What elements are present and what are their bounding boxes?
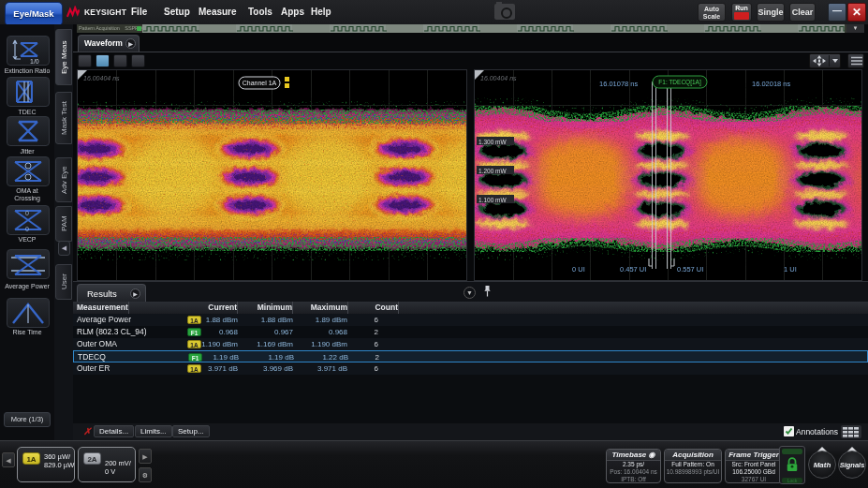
svg-text:Channel 1A: Channel 1A [243,80,277,86]
svg-text:0: 0 [25,226,29,232]
svg-text:F1: TDECQ[1A]: F1: TDECQ[1A] [658,79,701,86]
svg-text:16.02018 ns: 16.02018 ns [752,80,791,88]
svg-text:0.557 UI: 0.557 UI [677,265,703,274]
svg-text:16.00404 ns: 16.00404 ns [480,75,517,81]
svg-text:1.200 mW: 1.200 mW [478,168,507,174]
svg-text:1.300 mW: 1.300 mW [478,139,507,145]
svg-text:1 UI: 1 UI [784,265,797,274]
svg-text:1.100 mW: 1.100 mW [478,197,507,203]
svg-text:16.00404 ns: 16.00404 ns [83,75,120,81]
svg-text:0.457 UI: 0.457 UI [620,265,646,274]
svg-text:0 UI: 0 UI [572,265,585,274]
svg-text:0: 0 [25,210,29,216]
svg-text:1/0: 1/0 [30,58,39,65]
svg-text:16.01078 ns: 16.01078 ns [599,80,639,88]
